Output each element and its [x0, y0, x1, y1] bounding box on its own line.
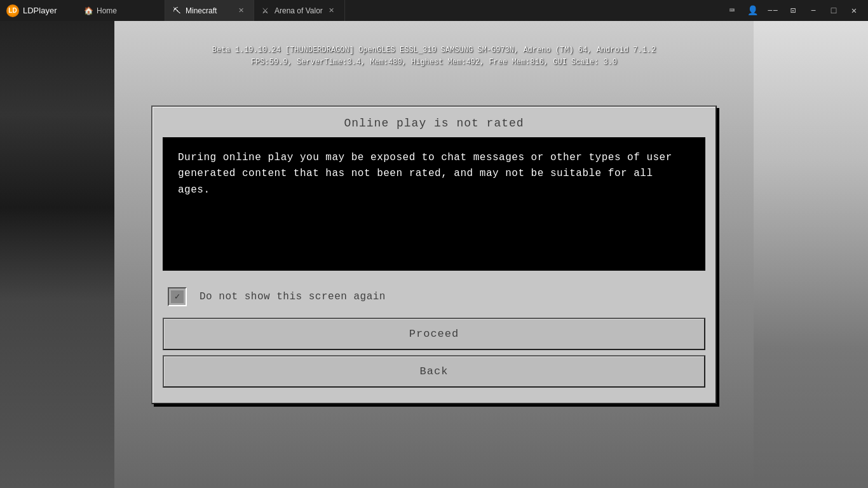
ld-player-icon: LD [6, 4, 19, 17]
checkbox-inner: ✓ [171, 290, 184, 303]
close-button[interactable]: ✕ [845, 2, 863, 20]
checkmark-icon: ✓ [175, 291, 180, 302]
app-logo[interactable]: LD LDPlayer [0, 0, 76, 21]
minimize-button[interactable]: − [804, 2, 822, 20]
proceed-button[interactable]: Proceed [163, 318, 705, 350]
checkbox-row: ✓ Do not show this screen again [163, 281, 705, 318]
tab-minecraft[interactable]: ⛏ Minecraft ✕ [165, 0, 254, 21]
tab-arena-label: Arena of Valor [275, 6, 323, 15]
dialog-title: Online play is not rated [163, 117, 705, 130]
home-icon: 🏠 [84, 6, 93, 15]
online-play-dialog: Online play is not rated During online p… [151, 105, 717, 404]
fullscreen-icon[interactable]: ⊡ [784, 2, 802, 20]
back-button[interactable]: Back [163, 355, 705, 388]
dialog-overlay: Online play is not rated During online p… [0, 21, 868, 488]
minecraft-icon: ⛏ [173, 6, 182, 15]
settings-icon[interactable]: −− [764, 2, 782, 20]
keyboard-icon[interactable]: ⌨ [723, 2, 741, 20]
window-controls: ⌨ 👤 −− ⊡ − □ ✕ [718, 0, 868, 21]
taskbar: LD LDPlayer 🏠 Home ⛏ Minecraft ✕ ⚔ Arena… [0, 0, 868, 21]
do-not-show-checkbox[interactable]: ✓ [168, 287, 187, 306]
tab-arena-close[interactable]: ✕ [327, 6, 337, 16]
app-name: LDPlayer [23, 6, 57, 15]
checkbox-label: Do not show this screen again [200, 291, 386, 302]
arena-icon: ⚔ [262, 6, 271, 15]
tab-arena[interactable]: ⚔ Arena of Valor ✕ [254, 0, 345, 21]
account-icon[interactable]: 👤 [743, 2, 761, 20]
dialog-body-text: During online play you may be exposed to… [178, 150, 690, 199]
tab-home-label: Home [97, 6, 117, 15]
tab-home[interactable]: 🏠 Home [76, 0, 165, 21]
tab-minecraft-close[interactable]: ✕ [236, 6, 246, 16]
dialog-text-area: During online play you may be exposed to… [163, 137, 705, 271]
tabs-area: 🏠 Home ⛏ Minecraft ✕ ⚔ Arena of Valor ✕ [76, 0, 718, 21]
restore-button[interactable]: □ [825, 2, 843, 20]
tab-minecraft-label: Minecraft [186, 6, 217, 15]
